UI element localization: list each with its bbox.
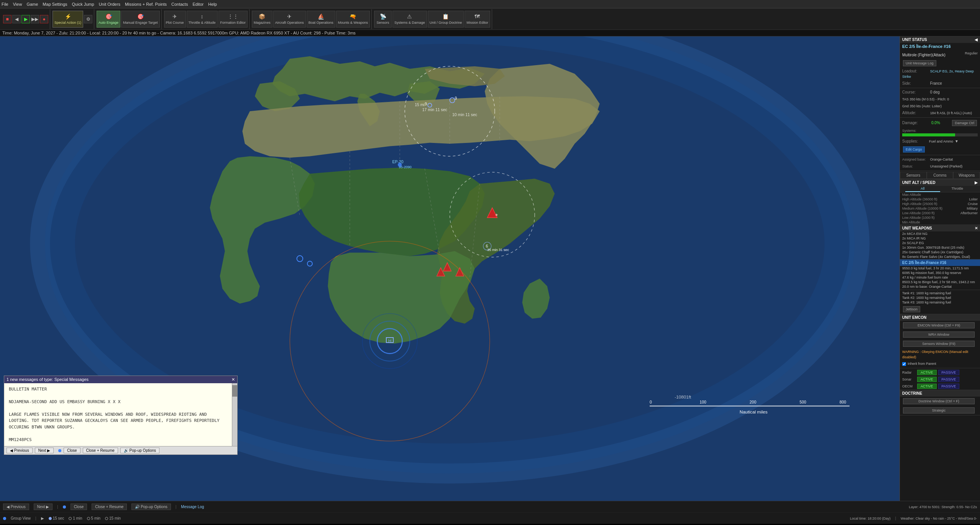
- mission-icon: 🗺: [474, 13, 480, 20]
- doctrine-label: Unit / Group Doctrine: [430, 21, 462, 25]
- tab-sensors[interactable]: Sensors: [900, 172, 927, 179]
- sensors-button[interactable]: 📡 Sensors: [374, 11, 392, 28]
- weapons-close[interactable]: ✕: [975, 226, 978, 230]
- jettison-button[interactable]: Jettison: [903, 306, 920, 312]
- auto-engage-button[interactable]: 🎯 Auto Engage: [97, 11, 120, 28]
- menu-contacts[interactable]: Contacts: [171, 2, 188, 7]
- doctrine-window-button[interactable]: Doctrine Window (Ctrl + F): [903, 398, 975, 404]
- fuel-divider: [900, 290, 980, 290]
- oecm-active-button[interactable]: ACTIVE: [917, 384, 937, 389]
- svg-text:500: 500: [799, 400, 806, 404]
- throttle-icon: ↕: [201, 13, 204, 20]
- tab-comms[interactable]: Comms: [927, 172, 954, 179]
- popup-options-button[interactable]: 🔊 Pop-up Options: [120, 448, 159, 453]
- alt-speed-expand[interactable]: ▶: [975, 180, 978, 185]
- time-opt-15min[interactable]: 15 min: [105, 516, 121, 520]
- alt-row-high1: High Altitude (36000 ft) Loiter: [900, 197, 980, 202]
- sonar-active-button[interactable]: ACTIVE: [917, 377, 937, 382]
- previous-nav-button[interactable]: ◀ Previous: [3, 504, 29, 510]
- close-resume-bottom-button[interactable]: Close + Resume: [92, 504, 127, 510]
- strategic-button[interactable]: Strategic: [903, 407, 975, 413]
- close-message-button[interactable]: Close: [64, 448, 80, 453]
- close-bottom-button[interactable]: Close: [71, 504, 87, 510]
- menu-quick-jump[interactable]: Quick Jump: [72, 2, 94, 7]
- oecm-passive-button[interactable]: PASSIVE: [938, 384, 960, 389]
- play-button[interactable]: ▶: [21, 15, 30, 23]
- unit-message-log-button[interactable]: Unit Message Log: [903, 60, 936, 66]
- loadout-label: Loadout:: [902, 69, 929, 74]
- menu-unit-orders[interactable]: Unit Orders: [99, 2, 120, 7]
- alt-high2-label: High Altitude (25000 ft): [902, 202, 948, 206]
- throttle-altitude-button[interactable]: ↕ Throttle & Altitude: [187, 11, 218, 28]
- main-area: 15 mi 17 min 11 sec 10 min 11 sec 9 9 ★: [0, 36, 980, 501]
- emcon-title: UNIT EMCON: [902, 315, 926, 320]
- col-throttle[interactable]: Throttle: [940, 186, 975, 192]
- message-close-icon[interactable]: ✕: [231, 377, 235, 382]
- damage-value: 0.0%: [931, 120, 940, 126]
- time-opt-5min[interactable]: 5 min: [87, 516, 100, 520]
- systems-damage-button[interactable]: ⚠ Systems & Damage: [392, 11, 427, 28]
- plot-course-button[interactable]: ✈ Plot Course: [164, 11, 186, 28]
- next-nav-button[interactable]: Next ▶: [34, 504, 53, 510]
- radar-active-button[interactable]: ACTIVE: [917, 370, 937, 375]
- weapon-3: 2x SCALP EG: [900, 241, 980, 245]
- stop-button[interactable]: ■: [3, 15, 11, 23]
- doctrine-section: DOCTRINE Doctrine Window (Ctrl + F) Stra…: [900, 390, 980, 415]
- auto-engage-icon: 🎯: [105, 13, 112, 20]
- alt-low1-label: Low Altitude (2000 ft): [902, 211, 948, 215]
- dropdown-arrow[interactable]: ▼: [955, 139, 959, 144]
- menu-view[interactable]: View: [13, 2, 22, 7]
- radar-row: Radar ACTIVE PASSIVE: [900, 369, 980, 376]
- previous-button[interactable]: ◀ Previous: [7, 448, 33, 453]
- next-button[interactable]: Next ▶: [35, 448, 54, 453]
- inherit-checkbox[interactable]: [902, 362, 906, 366]
- mission-editor-button[interactable]: 🗺 Mission Editor: [465, 11, 490, 28]
- collapse-icon[interactable]: ◀: [975, 38, 978, 42]
- menu-help[interactable]: Help: [208, 2, 217, 7]
- formation-editor-button[interactable]: ⋮⋮ Formation Editor: [218, 11, 248, 28]
- fuel-section: EC 2/5 Île-de-France #16 9550.0 kg total…: [900, 259, 980, 314]
- aircraft-ops-button[interactable]: ✈ Aircraft Operations: [273, 11, 306, 28]
- menu-game[interactable]: Game: [26, 2, 38, 7]
- doctrine-button[interactable]: 📋 Unit / Group Doctrine: [428, 11, 464, 28]
- menu-editor[interactable]: Editor: [192, 2, 204, 7]
- map-area[interactable]: 15 mi 17 min 11 sec 10 min 11 sec 9 9 ★: [0, 36, 900, 501]
- col-all[interactable]: All: [905, 186, 940, 192]
- warning-emcon-row: WARNING : Obeying EMCON (Manual edit dis…: [900, 348, 980, 361]
- message-scrollbar[interactable]: [232, 383, 237, 446]
- time-opt-15sec[interactable]: 15 sec: [49, 516, 64, 520]
- supplies-value: Fuel and Ammo: [929, 139, 953, 144]
- alt-min-label: Min Altitude: [902, 220, 948, 224]
- mounts-weapons-button[interactable]: 🔫 Mounts & Weapons: [336, 11, 370, 28]
- menu-map-settings[interactable]: Map Settings: [43, 2, 67, 7]
- popup-options-bottom-button[interactable]: 🔊 Pop-up Options: [131, 504, 171, 510]
- plot-course-icon: ✈: [172, 13, 177, 20]
- damage-ctrl-button[interactable]: Damage Ctrl: [952, 120, 977, 126]
- speed-tas-row: TAS 350 kts (M 0.53) - Pitch: 0: [900, 96, 980, 103]
- course-row: Course: 0 deg: [900, 89, 980, 96]
- edit-cargo-button[interactable]: Edit Cargo: [903, 146, 925, 153]
- rewind-button[interactable]: ◀: [12, 15, 21, 23]
- fuel-detail-1: 9550.0 kg total fuel, 3 hr 20 min, 1171.…: [900, 266, 980, 271]
- boat-ops-button[interactable]: ⛵ Boat Operations: [307, 11, 335, 28]
- tab-weapons[interactable]: Weapons: [953, 172, 980, 179]
- record-button[interactable]: ●: [40, 15, 48, 23]
- fast-forward-button[interactable]: ▶▶: [31, 15, 39, 23]
- close-resume-button[interactable]: Close + Resume: [83, 448, 118, 453]
- sonar-passive-button[interactable]: PASSIVE: [938, 377, 960, 382]
- wra-window-button[interactable]: WRA Window: [903, 331, 975, 338]
- menu-file[interactable]: File: [2, 2, 8, 7]
- special-action-settings[interactable]: ⚙: [84, 15, 92, 23]
- radar-passive-button[interactable]: PASSIVE: [938, 370, 960, 375]
- manual-engage-button[interactable]: 🎯 Manual Engage Target: [121, 11, 159, 28]
- menu-missions[interactable]: Missions + Ref. Points: [125, 2, 167, 7]
- plot-course-label: Plot Course: [166, 21, 184, 25]
- special-action-button[interactable]: ⚡ Special Action (1): [53, 11, 83, 28]
- course-value: 0 deg: [930, 90, 940, 94]
- time-opt-1min[interactable]: 1 min: [69, 516, 82, 520]
- sensors-window-button[interactable]: Sensors Window (F9): [903, 341, 975, 347]
- magazines-button[interactable]: 📦 Magazines: [252, 11, 272, 28]
- bottom-bar2: Group View | ▶ 15 sec 1 min 5 min 15 min…: [0, 512, 980, 524]
- systems-label: Systems & Damage: [394, 21, 425, 25]
- emcon-window-button[interactable]: EMCON Window (Ctrl + F9): [903, 322, 975, 328]
